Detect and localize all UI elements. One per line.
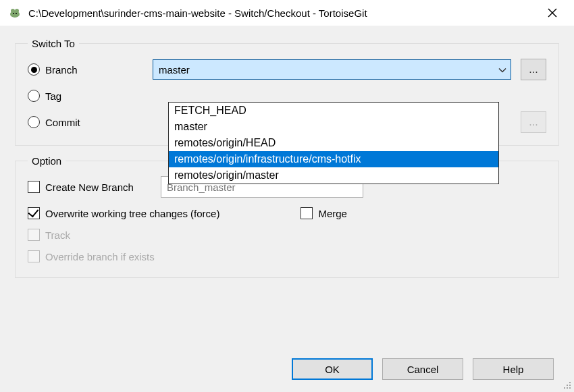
svg-point-10 <box>564 387 565 389</box>
override-checkbox: Override branch if exists <box>28 250 155 262</box>
branch-option[interactable]: FETCH_HEAD <box>169 103 498 119</box>
svg-point-7 <box>569 382 571 383</box>
branch-option[interactable]: remotes/origin/master <box>169 167 498 184</box>
close-icon <box>548 8 557 18</box>
app-icon <box>8 6 22 20</box>
checkbox-icon <box>28 181 40 193</box>
svg-point-11 <box>567 387 568 389</box>
commit-browse-button: ... <box>521 111 546 133</box>
ellipsis-icon: ... <box>529 116 538 128</box>
close-button[interactable] <box>539 3 566 23</box>
tag-radio-label: Tag <box>45 90 61 102</box>
switch-to-legend: Switch To <box>28 38 79 49</box>
svg-point-3 <box>13 13 14 14</box>
dialog-content: Switch To Branch master ... Tag <box>0 26 574 392</box>
radio-icon <box>28 116 40 128</box>
tag-radio[interactable]: Tag <box>28 90 153 102</box>
merge-checkbox[interactable]: Merge <box>301 207 347 219</box>
branch-option[interactable]: remotes/origin/HEAD <box>169 135 498 151</box>
checkbox-icon <box>28 250 40 262</box>
dialog-buttons: OK Cancel Help <box>292 358 554 380</box>
branch-option[interactable]: master <box>169 119 498 135</box>
branch-dropdown-list[interactable]: FETCH_HEADmasterremotes/origin/HEADremot… <box>168 102 499 184</box>
create-new-branch-label: Create New Branch <box>45 181 134 193</box>
branch-radio-label: Branch <box>45 64 78 76</box>
radio-icon <box>28 90 40 102</box>
option-legend: Option <box>28 155 66 167</box>
ellipsis-icon: ... <box>529 63 538 76</box>
chevron-down-icon <box>498 64 506 76</box>
branch-browse-button[interactable]: ... <box>521 59 546 80</box>
radio-icon <box>28 63 40 76</box>
branch-combo-value: master <box>159 64 190 76</box>
track-label: Track <box>45 229 70 241</box>
cancel-button[interactable]: Cancel <box>382 358 463 380</box>
commit-radio[interactable]: Commit <box>28 116 153 128</box>
commit-radio-label: Commit <box>45 117 80 128</box>
checkbox-icon <box>28 229 40 241</box>
create-new-branch-checkbox[interactable]: Create New Branch <box>28 181 134 193</box>
svg-point-9 <box>569 385 571 386</box>
branch-radio[interactable]: Branch <box>28 63 153 76</box>
svg-point-4 <box>16 13 17 14</box>
merge-label: Merge <box>318 208 347 219</box>
overwrite-checkbox[interactable]: Overwrite working tree changes (force) <box>28 207 219 219</box>
svg-point-2 <box>15 9 19 13</box>
branch-combo[interactable]: master <box>153 59 511 80</box>
checkbox-icon <box>28 207 40 219</box>
svg-point-12 <box>569 387 571 389</box>
svg-point-8 <box>567 385 568 386</box>
resize-grip[interactable] <box>560 379 571 389</box>
titlebar: C:\Development\surinder-cms-main-website… <box>0 0 574 26</box>
ok-button[interactable]: OK <box>292 358 373 380</box>
branch-option[interactable]: remotes/origin/infrastructure/cms-hotfix <box>169 151 498 167</box>
overwrite-label: Overwrite working tree changes (force) <box>45 208 219 219</box>
track-checkbox: Track <box>28 229 70 241</box>
svg-point-1 <box>11 9 15 13</box>
help-button[interactable]: Help <box>473 358 554 380</box>
window-title: C:\Development\surinder-cms-main-website… <box>28 7 539 19</box>
override-label: Override branch if exists <box>45 251 155 262</box>
checkbox-icon <box>301 207 313 219</box>
